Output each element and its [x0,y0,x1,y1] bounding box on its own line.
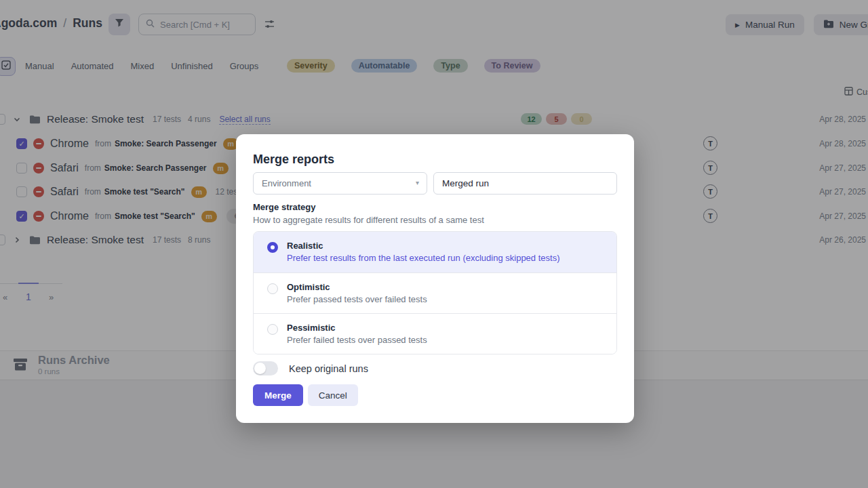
keep-original-toggle[interactable] [253,361,278,375]
keep-original-label: Keep original runs [289,363,368,374]
app-window: Agoda.com/Runs ▶ Manual Run [0,0,868,488]
radio-realistic[interactable] [267,242,278,253]
environment-select-value: Environment [262,178,311,188]
option-description: Prefer test results from the last execut… [287,252,559,264]
option-description: Prefer passed tests over failed tests [287,293,427,305]
merged-run-name-input[interactable] [433,172,617,195]
environment-select[interactable]: Environment ▾ [253,172,427,195]
option-text: Optimistic Prefer passed tests over fail… [287,273,427,313]
keep-original-row: Keep original runs [253,361,368,375]
option-name: Optimistic [287,281,427,293]
radio-pessimistic[interactable] [267,324,278,335]
option-name: Realistic [287,240,559,251]
option-optimistic[interactable]: Optimistic Prefer passed tests over fail… [254,272,616,313]
merge-button[interactable]: Merge [253,384,303,406]
modal-actions: Merge Cancel [253,384,358,406]
option-realistic[interactable]: Realistic Prefer test results from the l… [254,232,616,272]
option-description: Prefer failed tests over passed tests [287,334,427,346]
merge-strategy-label: Merge strategy [253,202,315,212]
merge-strategy-options: Realistic Prefer test results from the l… [253,231,617,354]
option-text: Realistic Prefer test results from the l… [287,232,559,272]
option-name: Pessimistic [287,322,427,333]
radio-optimistic[interactable] [267,283,278,294]
option-pessimistic[interactable]: Pessimistic Prefer failed tests over pas… [254,313,616,354]
merge-strategy-help: How to aggregate results for different r… [253,215,484,225]
toggle-knob [254,363,266,374]
merge-reports-modal: Merge reports Environment ▾ Merge strate… [236,134,634,423]
caret-down-icon: ▾ [416,179,419,186]
modal-title: Merge reports [253,152,334,167]
modal-fields: Environment ▾ [253,172,617,195]
option-text: Pessimistic Prefer failed tests over pas… [287,314,427,354]
cancel-button[interactable]: Cancel [308,384,358,406]
